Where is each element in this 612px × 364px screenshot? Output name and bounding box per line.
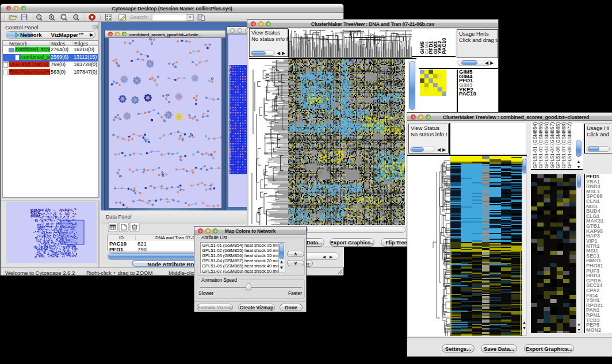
svg-text:Search:: Search:: [130, 14, 149, 20]
svg-text:1:1: 1:1: [74, 16, 78, 18]
